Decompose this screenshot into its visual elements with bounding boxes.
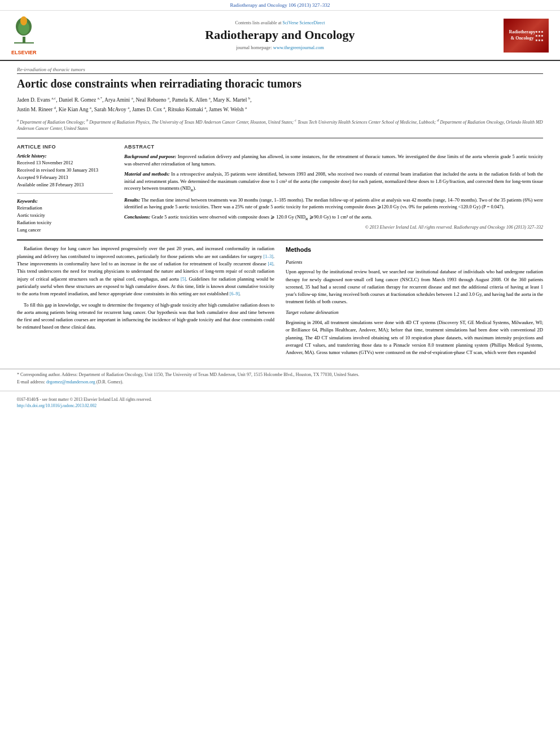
history-label: Article history:	[17, 153, 113, 159]
sciverse-link[interactable]: SciVerse ScienceDirect	[283, 20, 325, 25]
journal-header: ELSEVIER Contents lists available at Sci…	[0, 11, 560, 61]
background-text: Improved radiation delivery and planning…	[124, 154, 543, 167]
received-date: Received 13 November 2012	[17, 160, 113, 167]
section-divider	[17, 239, 543, 241]
abstract-methods: Material and methods: In a retrospective…	[124, 171, 543, 194]
abstract-heading: Abstract	[124, 144, 543, 150]
email-note: E-mail address: drgomez@mdanderson.org (…	[17, 379, 543, 385]
keyword-1: Reirradiation	[17, 205, 113, 212]
keywords-label: Keywords:	[17, 198, 113, 204]
journal-title: Radiotherapy and Oncology	[73, 28, 487, 42]
svg-point-3	[20, 16, 27, 25]
abstract-conclusions: Conclusions: Grade 5 aortic toxicities w…	[124, 213, 543, 222]
elsevier-logo-area: ELSEVIER	[11, 15, 73, 55]
top-citation-bar: Radiotherapy and Oncology 106 (2013) 327…	[0, 0, 560, 11]
info-abstract-section: Article Info Article history: Received 1…	[17, 138, 543, 234]
keyword-2: Aortic toxicity	[17, 212, 113, 219]
email-link[interactable]: drgomez@mdanderson.org	[46, 379, 95, 385]
methods-head: Material and methods:	[124, 171, 170, 177]
journal-title-area: Contents lists available at SciVerse Sci…	[73, 20, 487, 50]
footer-issn: 0167-8140/$ - see front matter © 2013 El…	[17, 397, 543, 402]
article-info-col: Article Info Article history: Received 1…	[17, 144, 113, 234]
accepted-date: Accepted 9 February 2013	[17, 174, 113, 181]
methods-heading: Methods	[286, 245, 543, 255]
info-divider	[17, 193, 113, 194]
conclusions-head: Conclusions:	[124, 214, 150, 220]
page-footer: 0167-8140/$ - see front matter © 2013 El…	[0, 391, 560, 412]
journal-logo-badge: Radiotherapy& Oncology ■ ■ ■■ ■ ■■ ■ ■	[504, 19, 549, 53]
article-content: Re-irradiation of thoracic tumors Aortic…	[0, 61, 560, 365]
citation-text: Radiotherapy and Oncology 106 (2013) 327…	[230, 2, 330, 8]
body-para-1: Radiation therapy for lung cancer has im…	[17, 245, 274, 298]
target-subheading: Target volume delineation	[286, 309, 543, 317]
authors-text: Jaden D. Evans a,c, Daniel R. Gomez a,*,…	[17, 97, 252, 112]
section-label: Re-irradiation of thoracic tumors	[17, 67, 543, 74]
elsevier-text: ELSEVIER	[11, 50, 37, 55]
body-right-col: Methods Patients Upon approval by the in…	[286, 245, 543, 360]
cite-1-3[interactable]: [1–3]	[264, 254, 273, 259]
abstract-results: Results: The median time interval betwee…	[124, 196, 543, 211]
body-left-col: Radiation therapy for lung cancer has im…	[17, 245, 274, 360]
cite-6-9[interactable]: [6–9]	[230, 291, 239, 296]
sciverse-text: Contents lists available at SciVerse Sci…	[73, 20, 487, 25]
corresponding-note: * Corresponding author. Address: Departm…	[17, 372, 543, 378]
abstract-background: Background and purpose: Improved radiati…	[124, 153, 543, 168]
svg-rect-4	[14, 42, 34, 43]
body-section: Radiation therapy for lung cancer has im…	[17, 245, 543, 360]
patients-subheading: Patients	[286, 259, 543, 267]
results-text: The median time interval between treatme…	[124, 197, 543, 210]
journal-homepage: journal homepage: www.thegreenjournal.co…	[73, 45, 487, 50]
results-head: Results:	[124, 197, 140, 203]
body-para-2: To fill this gap in knowledge, we sought…	[17, 302, 274, 331]
keyword-3: Radiation toxicity	[17, 220, 113, 226]
methods-text: In a retrospective analysis, 35 patients…	[124, 171, 543, 191]
background-head: Background and purpose:	[124, 154, 176, 159]
abstract-copyright: © 2013 Elsevier Ireland Ltd. All rights …	[124, 225, 543, 230]
elsevier-tree-icon	[11, 15, 37, 46]
cite-5[interactable]: [5]	[181, 277, 186, 282]
footer-doi: http://dx.doi.org/10.1016/j.radonc.2013.…	[17, 403, 543, 408]
homepage-link[interactable]: www.thegreenjournal.com	[273, 45, 324, 50]
article-title: Aortic dose constraints when reirradiati…	[17, 76, 543, 91]
target-para: Beginning in 2004, all treatment simulat…	[286, 319, 543, 356]
article-info-heading: Article Info	[17, 144, 113, 150]
affiliations: a Department of Radiation Oncology; b De…	[17, 117, 543, 133]
abstract-col: Abstract Background and purpose: Improve…	[124, 144, 543, 234]
footnotes: * Corresponding author. Address: Departm…	[0, 369, 560, 385]
elsevier-brand: ELSEVIER	[11, 50, 73, 55]
journal-badge-area: Radiotherapy& Oncology ■ ■ ■■ ■ ■■ ■ ■	[487, 19, 549, 53]
cite-4[interactable]: [4]	[268, 261, 273, 267]
online-date: Available online 28 February 2013	[17, 182, 113, 189]
patients-para: Upon approval by the institutional revie…	[286, 268, 543, 305]
authors-list: Jaden D. Evans a,c, Daniel R. Gomez a,*,…	[17, 95, 543, 114]
keyword-4: Lung cancer	[17, 227, 113, 234]
conclusions-text: Grade 5 aortic toxicities were observed …	[151, 214, 372, 220]
doi-link[interactable]: http://dx.doi.org/10.1016/j.radonc.2013.…	[17, 403, 97, 408]
revised-date: Received in revised form 30 January 2013	[17, 167, 113, 174]
